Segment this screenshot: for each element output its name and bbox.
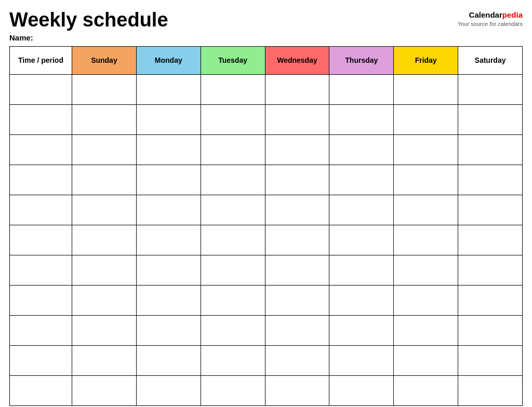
table-cell[interactable] — [10, 104, 72, 134]
table-cell[interactable] — [10, 255, 72, 285]
brand-logo: Calendarpedia Your source for calendars — [458, 9, 523, 28]
table-cell[interactable] — [329, 255, 394, 285]
table-cell[interactable] — [394, 315, 458, 345]
table-cell[interactable] — [10, 345, 72, 375]
table-cell[interactable] — [458, 285, 523, 315]
table-cell[interactable] — [10, 195, 72, 225]
table-cell[interactable] — [458, 104, 523, 134]
table-cell[interactable] — [329, 165, 394, 195]
table-cell[interactable] — [329, 134, 394, 165]
table-cell[interactable] — [265, 74, 329, 104]
table-cell[interactable] — [458, 134, 523, 165]
table-cell[interactable] — [329, 225, 394, 255]
table-cell[interactable] — [201, 134, 265, 165]
table-cell[interactable] — [10, 375, 72, 405]
table-cell[interactable] — [72, 134, 137, 165]
table-cell[interactable] — [136, 195, 201, 225]
table-cell[interactable] — [265, 345, 329, 375]
table-cell[interactable] — [136, 104, 201, 134]
table-cell[interactable] — [72, 165, 137, 195]
table-cell[interactable] — [72, 74, 137, 104]
table-cell[interactable] — [329, 285, 394, 315]
table-cell[interactable] — [72, 375, 137, 405]
table-cell[interactable] — [265, 134, 329, 165]
table-cell[interactable] — [136, 285, 201, 315]
table-cell[interactable] — [10, 285, 72, 315]
table-cell[interactable] — [136, 134, 201, 165]
table-cell[interactable] — [265, 285, 329, 315]
table-cell[interactable] — [394, 345, 458, 375]
table-cell[interactable] — [136, 225, 201, 255]
table-cell[interactable] — [10, 74, 72, 104]
table-cell[interactable] — [201, 225, 265, 255]
table-cell[interactable] — [394, 74, 458, 104]
table-cell[interactable] — [394, 104, 458, 134]
table-cell[interactable] — [458, 375, 523, 405]
table-cell[interactable] — [72, 285, 137, 315]
table-cell[interactable] — [10, 134, 72, 165]
table-cell[interactable] — [72, 225, 137, 255]
table-cell[interactable] — [458, 165, 523, 195]
table-cell[interactable] — [394, 375, 458, 405]
table-cell[interactable] — [265, 315, 329, 345]
table-cell[interactable] — [72, 104, 137, 134]
table-cell[interactable] — [265, 225, 329, 255]
table-cell[interactable] — [201, 345, 265, 375]
table-cell[interactable] — [394, 134, 458, 165]
table-cell[interactable] — [329, 345, 394, 375]
table-cell[interactable] — [72, 195, 137, 225]
table-cell[interactable] — [458, 74, 523, 104]
table-cell[interactable] — [201, 285, 265, 315]
table-cell[interactable] — [72, 315, 137, 345]
brand-name: Calendarpedia — [458, 9, 523, 20]
col-header-saturday: Saturday — [458, 46, 523, 74]
header-row: Time / period Sunday Monday Tuesday Wedn… — [10, 46, 523, 74]
table-cell[interactable] — [136, 255, 201, 285]
table-cell[interactable] — [329, 74, 394, 104]
brand-calendar: Calendar — [469, 10, 502, 19]
table-cell[interactable] — [458, 315, 523, 345]
table-cell[interactable] — [329, 195, 394, 225]
table-cell[interactable] — [201, 315, 265, 345]
page-title: Weekly schedule — [9, 9, 168, 31]
table-cell[interactable] — [201, 195, 265, 225]
table-cell[interactable] — [10, 165, 72, 195]
col-header-tuesday: Tuesday — [201, 46, 265, 74]
table-cell[interactable] — [458, 225, 523, 255]
col-header-sunday: Sunday — [72, 46, 137, 74]
table-cell[interactable] — [72, 345, 137, 375]
table-cell[interactable] — [136, 165, 201, 195]
table-cell[interactable] — [72, 255, 137, 285]
table-cell[interactable] — [136, 74, 201, 104]
table-cell[interactable] — [265, 165, 329, 195]
table-row — [10, 134, 523, 165]
table-cell[interactable] — [136, 315, 201, 345]
table-cell[interactable] — [136, 375, 201, 405]
table-cell[interactable] — [329, 104, 394, 134]
table-cell[interactable] — [201, 104, 265, 134]
table-cell[interactable] — [458, 195, 523, 225]
table-cell[interactable] — [394, 195, 458, 225]
table-cell[interactable] — [394, 165, 458, 195]
table-cell[interactable] — [394, 285, 458, 315]
table-row — [10, 315, 523, 345]
table-cell[interactable] — [265, 195, 329, 225]
page: Weekly schedule Calendarpedia Your sourc… — [0, 0, 532, 407]
table-cell[interactable] — [201, 375, 265, 405]
table-cell[interactable] — [136, 345, 201, 375]
table-cell[interactable] — [458, 345, 523, 375]
table-cell[interactable] — [10, 315, 72, 345]
table-cell[interactable] — [201, 255, 265, 285]
table-cell[interactable] — [201, 74, 265, 104]
table-cell[interactable] — [265, 375, 329, 405]
table-cell[interactable] — [394, 255, 458, 285]
table-cell[interactable] — [201, 165, 265, 195]
table-row — [10, 165, 523, 195]
table-cell[interactable] — [265, 104, 329, 134]
table-cell[interactable] — [329, 315, 394, 345]
table-cell[interactable] — [458, 255, 523, 285]
table-cell[interactable] — [329, 375, 394, 405]
table-cell[interactable] — [265, 255, 329, 285]
table-cell[interactable] — [394, 225, 458, 255]
table-cell[interactable] — [10, 225, 72, 255]
